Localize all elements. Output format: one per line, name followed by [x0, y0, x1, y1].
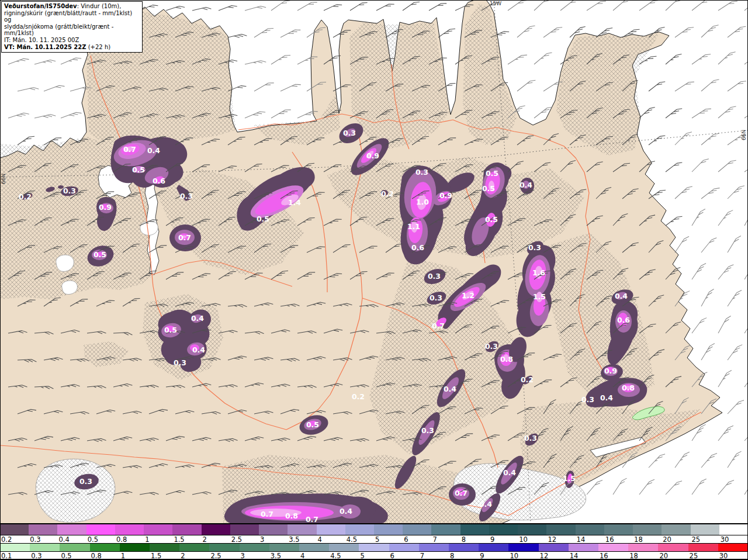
snow-colorbar-tick-label: 1 [145, 535, 149, 544]
snow-colorbar-tick-label: 4.5 [347, 535, 357, 544]
rain-colorbar-cell [359, 543, 389, 552]
snow-colorbar-tick-label: 2.5 [231, 535, 242, 544]
rain-colorbar-cell [479, 543, 509, 552]
precip-value-label: 0.3 [524, 434, 537, 443]
precip-value-label: 0.5 [164, 326, 177, 334]
precip-value-label: 0.7 [432, 322, 445, 330]
snow-colorbar-cell [719, 524, 748, 535]
precip-value-label: 0.6 [411, 243, 424, 252]
snow-colorbar-cell [604, 524, 633, 535]
rain-colorbar-cell [150, 543, 180, 552]
title-line-valid-time: VT: Mán. 10.11.2025 22Z (+22 h) [4, 44, 140, 51]
snow-colorbar-cell [431, 524, 460, 535]
precip-value-label: 0.3 [581, 395, 594, 404]
precip-value-label: 1.4 [288, 198, 301, 207]
precip-value-label: 0.3 [430, 293, 442, 302]
precip-value-label: 0.2 [381, 189, 394, 198]
precip-value-label: 0.3 [343, 129, 356, 137]
precip-value-label: 0.7 [123, 145, 136, 154]
precip-value-label: 0.6 [617, 316, 630, 324]
precip-value-label: 0.5 [132, 165, 145, 174]
snow-colorbar-cell [374, 524, 403, 535]
snow-sleet-colorbar [0, 524, 748, 535]
precip-value-label: 0.7 [178, 233, 191, 242]
precip-value-label: 0.3 [421, 426, 434, 435]
snow-colorbar-tick-label: 9 [490, 535, 494, 544]
precip-value-label: 0.3 [180, 192, 193, 201]
precip-value-label: 0.5 [94, 250, 106, 259]
precip-value-label: 0.9 [604, 367, 617, 375]
snow-colorbar-cell [576, 524, 605, 535]
precip-value-label: 0.3 [174, 358, 186, 367]
snow-colorbar-cell [57, 524, 86, 535]
snow-colorbar-cell [662, 524, 691, 535]
precip-value-label: 0.6 [153, 177, 165, 185]
snow-sleet-colorbar-labels: 0.20.30.40.50.811.522.533.544.5567891012… [0, 535, 748, 543]
snow-colorbar-tick-label: 0.4 [58, 535, 69, 544]
precip-value-label: 0.5 [482, 184, 495, 193]
precip-value-label: 0.8 [622, 383, 635, 392]
precip-value-label: 0.8 [500, 355, 513, 364]
snow-colorbar-cell [460, 524, 490, 535]
precip-value-label: 0.3 [528, 243, 541, 252]
precip-value-label: 0.4 [191, 314, 204, 323]
rain-colorbar-cell [688, 543, 719, 552]
snow-colorbar-cell [633, 524, 662, 535]
rain-colorbar-cell [329, 543, 359, 552]
snow-colorbar-cell [115, 524, 144, 535]
glacier-small-3 [62, 281, 78, 295]
snow-colorbar-tick-label: 2 [203, 535, 207, 544]
snow-colorbar-cell [0, 524, 29, 535]
snow-colorbar-tick-label: 1.5 [174, 535, 184, 544]
glacier-small-1 [140, 221, 158, 236]
rain-colorbar-cell [90, 543, 120, 552]
precip-value-label: 0.9 [99, 203, 112, 212]
precip-value-label: 1.0 [416, 198, 429, 206]
rain-colorbar-cell [628, 543, 659, 552]
snow-colorbar-tick-label: 8 [462, 535, 466, 544]
snow-colorbar-cell [259, 524, 288, 535]
snow-colorbar-tick-label: 30 [721, 535, 729, 544]
snow-colorbar-cell [489, 524, 518, 535]
rain-colorbar-cell [0, 543, 30, 552]
snow-colorbar-cell [202, 524, 231, 535]
snow-colorbar-tick-label: 25 [692, 535, 701, 544]
precip-value-label: 0.4 [600, 393, 613, 402]
precip-value-label: 1.1 [407, 222, 420, 231]
rain-colorbar-cell [658, 543, 688, 552]
rain-colorbar [0, 543, 748, 552]
snow-colorbar-tick-label: 10 [519, 535, 528, 544]
meridian-label: 15W [490, 1, 501, 6]
weather-map: 0.70.40.50.60.30.30.20.90.50.70.30.90.20… [0, 0, 748, 524]
precip-value-label: 0.9 [366, 151, 379, 160]
precip-value-label: 0.7 [261, 510, 273, 518]
snow-colorbar-tick-label: 16 [605, 535, 614, 544]
snow-colorbar-tick-label: 20 [663, 535, 671, 544]
snow-colorbar-tick-label: 0.3 [30, 535, 40, 544]
precip-value-label: 0.7 [455, 489, 468, 497]
title-line-init-time: IT: Mán. 10. 11. 2025 00Z [4, 37, 140, 44]
snow-colorbar-cell [403, 524, 432, 535]
weather-forecast-chart: 0.70.40.50.60.30.30.20.90.50.70.30.90.20… [0, 0, 748, 560]
precip-value-label: 0.4 [479, 500, 492, 509]
precip-value-label: 1.6 [532, 268, 545, 277]
parallel-label-right: 66N [741, 130, 747, 140]
snow-colorbar-tick-label: 0.8 [116, 535, 127, 544]
precip-value-label: 0.4 [340, 507, 352, 516]
precip-value-label: 0.7 [306, 515, 318, 524]
snow-colorbar-cell [172, 524, 202, 535]
precip-value-label: 0.8 [285, 511, 298, 520]
rain-colorbar-cell [449, 543, 479, 552]
snow-colorbar-cell [288, 524, 317, 535]
precip-value-label: 1.2 [462, 291, 475, 300]
precip-value-label: 0.3 [485, 342, 498, 351]
snow-colorbar-tick-label: 12 [548, 535, 556, 544]
precip-value-label: 0.4 [444, 385, 456, 393]
precip-value-label: 0.5 [485, 215, 498, 224]
snow-colorbar-cell [317, 524, 346, 535]
snow-colorbar-tick-label: 14 [577, 535, 586, 544]
snow-colorbar-tick-label: 4 [318, 535, 322, 544]
snow-colorbar-cell [144, 524, 173, 535]
snow-colorbar-tick-label: 6 [404, 535, 408, 544]
snow-colorbar-cell [518, 524, 547, 535]
